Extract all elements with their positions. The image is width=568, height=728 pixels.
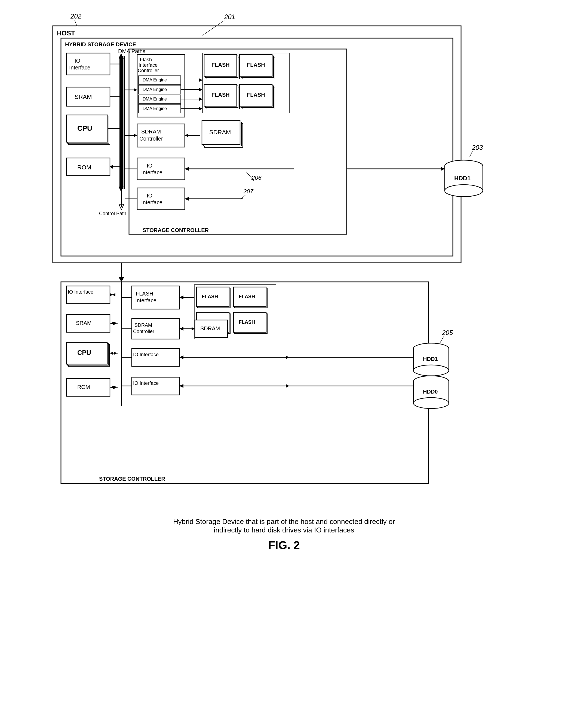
rom-sc2-label: ROM [77, 384, 90, 390]
flash-label-3: FLASH [212, 92, 230, 98]
io-sc2-left-box [66, 286, 110, 304]
ref-203: 203 [472, 144, 483, 151]
io-sc2-left-label1: IO Interface [68, 289, 93, 295]
flash-sc2-label1: FLASH [202, 294, 218, 299]
dma-arrow1 [199, 78, 203, 82]
flash-interface-sc2-label2: Interface [135, 297, 157, 303]
flash-label-2: FLASH [247, 62, 265, 68]
sram-left-label: SRAM [75, 93, 92, 100]
sdram-ctrl-sc2-label1: SDRAM [135, 322, 152, 328]
io-sc2-to-hdd0 [179, 384, 184, 388]
io-interface-sc2-1-box [132, 349, 179, 366]
main-diagram: 201 202 HOST HYBRID STORAGE DEVICE IO In… [39, 11, 529, 507]
hdd1-sc2-bot [413, 365, 449, 376]
rom-arrow-r [111, 386, 114, 389]
caption-text: Hybrid Storage Device that is part of th… [162, 517, 407, 534]
storage-controller-2-box [61, 282, 428, 483]
svg-line-0 [203, 20, 224, 35]
io-sc2-from-hdd1 [286, 355, 289, 359]
sram-arrow-r [111, 322, 114, 325]
io-sc2-to-hdd1 [179, 355, 184, 359]
rom-arrow-l [114, 386, 117, 389]
hybrid-device-label: HYBRID STORAGE DEVICE [65, 41, 136, 47]
io-sc2-label2: Interface [141, 199, 163, 205]
flash-ic-label2: Interface [139, 62, 158, 68]
io-sc2-1-label1: IO Interface [133, 352, 159, 357]
io-interface-left-label: IO [75, 58, 80, 64]
io-interface-sc2-box [137, 188, 185, 210]
io-sc2-from-hdd0 [286, 384, 289, 388]
dma-engine-4-label: DMA Engine [143, 106, 167, 111]
hdd1-sc2-label: HDD1 [423, 356, 438, 362]
sdram-label: SDRAM [209, 129, 231, 136]
sdram-sc2-chip-label: SDRAM [200, 325, 220, 331]
sdram-controller-label1: SDRAM [141, 129, 161, 135]
svg-line-49 [440, 337, 444, 343]
dma-engine-1-label: DMA Engine [143, 78, 167, 82]
ref-205: 205 [442, 329, 453, 336]
ref-206: 206 [251, 174, 262, 181]
flash-interface-sc2-label1: FLASH [136, 291, 153, 297]
sram-sc2-label: SRAM [76, 320, 92, 326]
sdram-controller-label2: Controller [139, 136, 163, 142]
host-label: HOST [57, 29, 75, 37]
hdd1-label-top: HDD1 [454, 175, 471, 182]
hdd0-sc2-bot [413, 398, 449, 409]
caption-area: Hybrid Storage Device that is part of th… [162, 517, 407, 552]
flash-ic-label3: Controller [138, 68, 159, 73]
rom-left-label: ROM [77, 164, 91, 171]
sram-arrow-l [114, 322, 117, 325]
dma-arrow2 [199, 88, 203, 91]
io-sc2-2-label1: IO Interface [133, 380, 159, 386]
hdd1-to-io1-arrow [441, 167, 445, 171]
ref-201: 201 [224, 13, 235, 20]
hdd0-sc2-label: HDD0 [423, 389, 438, 395]
bus-to-sdram-arrow [134, 134, 137, 137]
storage-controller-label: STORAGE CONTROLLER [143, 227, 209, 233]
fi-to-flash-arrow [179, 296, 184, 299]
dma-arrow4 [199, 107, 203, 110]
bus-to-fic-arrow [134, 88, 137, 92]
sdram-arrow [185, 134, 188, 137]
dma-bus-thick [120, 56, 123, 189]
io-interface-left-box [66, 53, 110, 75]
cpu-left-label: CPU [77, 124, 92, 132]
hdd1-bot-ellipse [445, 185, 483, 197]
io-interface-sc2-2-box [132, 377, 179, 395]
flash-label-4: FLASH [247, 92, 265, 98]
rom-arrow [110, 165, 113, 169]
flash-sc2-label2: FLASH [239, 294, 255, 299]
io-interface-sc1-box [137, 158, 185, 180]
storage-controller-2-label: STORAGE CONTROLLER [99, 476, 166, 482]
cpu-sc2-label: CPU [77, 349, 91, 356]
control-path-label: Control Path [99, 211, 126, 216]
io-sc2-label1: IO [147, 193, 152, 199]
svg-line-21 [470, 151, 472, 157]
dma-arrow3 [199, 98, 203, 101]
io-sc1-label2: Interface [141, 169, 163, 175]
diagram-container: 201 202 HOST HYBRID STORAGE DEVICE IO In… [26, 11, 543, 552]
sdram-ctrl-sc2-label2: Controller [133, 329, 154, 334]
dma-engine-3-label: DMA Engine [143, 97, 167, 101]
dma-engine-2-label: DMA Engine [143, 87, 167, 92]
fig-label: FIG. 2 [162, 539, 407, 552]
ref-207: 207 [243, 188, 254, 195]
cpu-arrow-l [114, 352, 117, 355]
io1-arrow-in [185, 167, 189, 171]
flash-sc2-label4: FLASH [239, 319, 255, 325]
io-interface-left-label2: Interface [69, 65, 90, 71]
flash-label-1: FLASH [212, 62, 230, 68]
dma-bus-thin [124, 56, 125, 189]
io2-arrow-in [185, 197, 189, 201]
flash-ic-label1: Flash [140, 57, 152, 62]
io-sc1-label1: IO [147, 163, 152, 169]
cpu-arrow-r [110, 352, 113, 355]
sdram-sc2-arrow [179, 327, 184, 331]
main-down-arrow [119, 277, 124, 282]
ref-202: 202 [70, 13, 81, 20]
